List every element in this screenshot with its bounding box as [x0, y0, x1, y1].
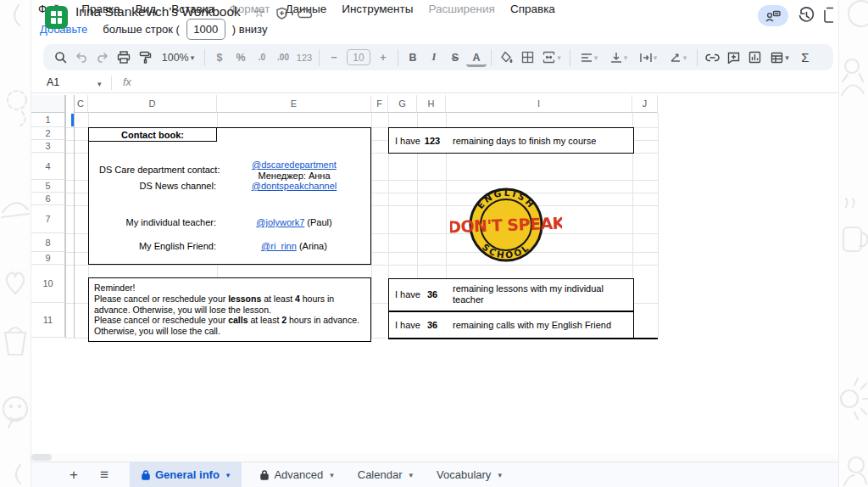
tab-menu-icon[interactable]: ▾: [330, 471, 334, 479]
row-header[interactable]: 10: [31, 265, 65, 303]
increase-decimal-icon[interactable]: .00: [273, 48, 293, 68]
contact-link-teacher[interactable]: @jolywork7: [256, 217, 304, 227]
cloud-save-icon[interactable]: [298, 8, 313, 19]
horizontal-scrollbar-track[interactable]: [31, 453, 839, 462]
contact-link-friend[interactable]: @ri_rinn: [261, 241, 297, 251]
doodle-wallpaper-left: [0, 0, 31, 487]
row-header[interactable]: 1: [31, 113, 65, 127]
menu-help[interactable]: Справка: [504, 0, 562, 18]
contact-label-friend[interactable]: My English Friend:: [99, 241, 216, 251]
contact-value-friend[interactable]: @ri_rinn (Arina): [217, 241, 371, 251]
row-header[interactable]: 6: [31, 193, 65, 205]
column-header[interactable]: J: [632, 95, 658, 113]
tab-menu-icon[interactable]: ▾: [226, 471, 231, 479]
contact-link-care[interactable]: @dscaredepartment: [217, 160, 371, 170]
logo-main-text: DON'T SPEAK: [450, 214, 562, 237]
name-box-dropdown-icon[interactable]: ▾: [97, 80, 102, 88]
gridline-vertical: [371, 113, 372, 338]
font-size-input[interactable]: 10: [347, 49, 370, 65]
redo-icon[interactable]: [92, 48, 113, 68]
row-header[interactable]: 4: [31, 153, 65, 180]
tab-menu-icon[interactable]: ▾: [498, 471, 502, 479]
tab-calendar[interactable]: Calendar▾: [346, 462, 425, 487]
functions-icon[interactable]: Σ: [795, 48, 815, 68]
row-header[interactable]: 9: [31, 252, 65, 265]
insert-comment-icon[interactable]: [723, 48, 743, 68]
search-icon[interactable]: [50, 48, 70, 68]
print-icon[interactable]: [114, 48, 134, 68]
merge-cells-icon[interactable]: ▾: [538, 48, 565, 68]
add-sheet-icon[interactable]: +: [58, 462, 89, 487]
reminder-box[interactable]: Reminder! Please cancel or reschedule yo…: [88, 277, 371, 342]
format-percent-icon[interactable]: %: [231, 48, 251, 68]
row-header[interactable]: 11: [31, 303, 65, 338]
tab-menu-icon[interactable]: ▾: [409, 471, 414, 479]
contact-label-care[interactable]: DS Care department contact:: [99, 165, 216, 175]
borders-icon[interactable]: [517, 48, 537, 68]
fill-color-icon[interactable]: [496, 48, 516, 68]
zoom-select[interactable]: 100%▾: [156, 48, 200, 68]
tab-vocabulary[interactable]: Vocabulary▾: [425, 462, 514, 487]
contact-link-news[interactable]: @dontspeakchannel: [217, 181, 371, 191]
text-wrap-icon[interactable]: ▾: [634, 48, 663, 68]
star-icon[interactable]: ☆: [253, 5, 264, 20]
strikethrough-icon[interactable]: S: [445, 48, 465, 68]
menu-extensions[interactable]: Расширения: [421, 0, 502, 18]
calls-counter-box[interactable]: I have 36 remaining calls with my Englis…: [388, 311, 634, 339]
undo-icon[interactable]: [71, 48, 92, 68]
contact-value-teacher[interactable]: @jolywork7 (Paul): [217, 217, 371, 227]
row-header[interactable]: 8: [31, 233, 65, 252]
column-header[interactable]: D: [88, 95, 217, 113]
column-header[interactable]: I: [446, 95, 632, 113]
shield-status-icon[interactable]: [275, 7, 288, 20]
toolbar: 100%▾ $ % .0 .00 123 − 10 + B I S A: [43, 44, 833, 70]
add-rows-count-input[interactable]: [186, 19, 225, 40]
text-color-icon[interactable]: A: [466, 51, 487, 67]
lessons-text: remaining lessons with my individual tea…: [453, 283, 626, 305]
contact-label-news[interactable]: DS News channel:: [99, 181, 216, 191]
row-header[interactable]: 3: [31, 140, 65, 153]
fx-label: fx: [123, 76, 131, 88]
days-counter-box[interactable]: I have 123 remaining days to finish my c…: [388, 127, 634, 154]
horizontal-align-icon[interactable]: ▾: [575, 48, 604, 68]
text-rotation-icon[interactable]: ▾: [664, 48, 693, 68]
decrease-font-size-button[interactable]: −: [324, 48, 344, 68]
column-header[interactable]: H: [417, 95, 446, 113]
decrease-decimal-icon[interactable]: .0: [252, 48, 272, 68]
vertical-align-icon[interactable]: ▾: [604, 48, 633, 68]
row-header[interactable]: 5: [31, 180, 65, 193]
menu-tools[interactable]: Инструменты: [335, 0, 420, 18]
horizontal-scrollbar-thumb[interactable]: [31, 454, 52, 461]
formula-bar: A1 ▾ fx: [31, 73, 839, 93]
number-format-button[interactable]: 123: [294, 48, 314, 68]
row-header[interactable]: 7: [31, 205, 65, 233]
sheets-app-icon[interactable]: [45, 6, 68, 29]
gridline-vertical: [658, 113, 659, 338]
row-header[interactable]: 2: [31, 127, 65, 140]
insert-chart-icon[interactable]: [744, 48, 765, 68]
column-header[interactable]: F: [371, 95, 388, 113]
lessons-counter-box[interactable]: I have 36 remaining lessons with my indi…: [388, 278, 634, 311]
column-header[interactable]: C: [74, 95, 88, 113]
name-box[interactable]: A1: [47, 76, 59, 88]
increase-font-size-button[interactable]: +: [373, 48, 393, 68]
column-header[interactable]: G: [388, 95, 417, 113]
tab-general-info[interactable]: General info▾: [130, 462, 242, 487]
document-title[interactable]: Irina Stankevich's Workbook: [75, 4, 241, 20]
contact-label-teacher[interactable]: My individual teacher:: [99, 217, 216, 227]
share-button[interactable]: [758, 5, 788, 26]
insert-link-icon[interactable]: [702, 48, 722, 68]
select-all-corner[interactable]: [31, 95, 65, 113]
paint-format-icon[interactable]: [135, 48, 155, 68]
tab-advanced[interactable]: Advanced▾: [248, 462, 345, 487]
contact-book-header-cell[interactable]: Contact book:: [88, 127, 217, 142]
italic-icon[interactable]: I: [424, 48, 444, 68]
all-sheets-icon[interactable]: ≡: [89, 462, 120, 487]
format-currency-icon[interactable]: $: [209, 48, 230, 68]
column-header[interactable]: E: [217, 95, 371, 113]
filter-views-icon[interactable]: ▾: [765, 48, 794, 68]
days-value: 123: [418, 136, 447, 146]
version-history-icon[interactable]: [798, 7, 815, 25]
account-avatar-partial[interactable]: [823, 7, 833, 24]
bold-icon[interactable]: B: [403, 48, 423, 68]
